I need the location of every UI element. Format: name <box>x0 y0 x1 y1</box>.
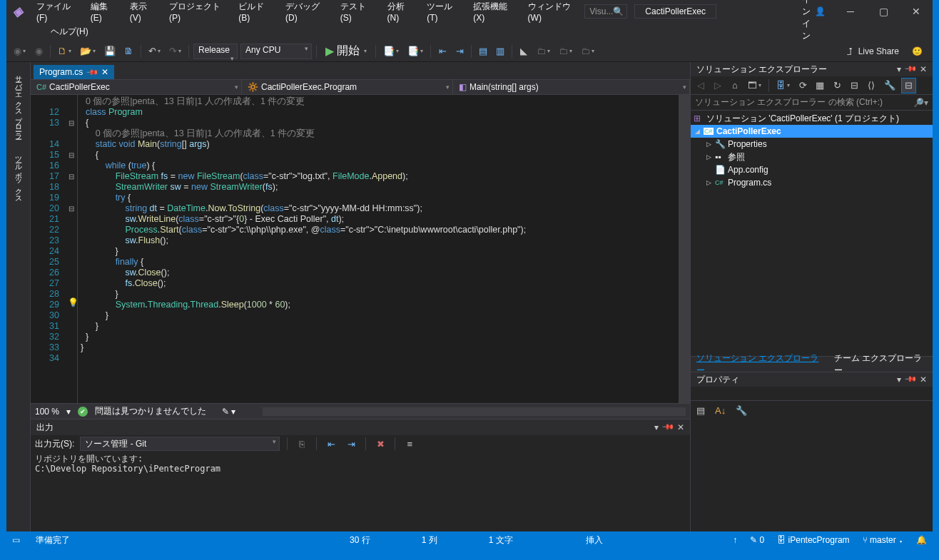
expand-icon[interactable]: ▷ <box>705 141 712 148</box>
sln-back-icon[interactable]: ◁ <box>694 78 708 93</box>
pin-icon[interactable]: 📌 <box>86 65 99 78</box>
tree-programcs[interactable]: ▷ C# Program.cs <box>691 176 933 189</box>
toolbox-tab[interactable]: ツールボックス <box>11 147 26 203</box>
sln-sync-icon[interactable]: ⟳ <box>796 78 810 93</box>
find3-button[interactable]: 🗀▾ <box>578 44 597 59</box>
sln-pin-icon[interactable]: 📌 <box>903 62 918 76</box>
status-publish-icon[interactable]: ↑ <box>733 535 737 545</box>
panel-close-icon[interactable]: ✕ <box>677 422 684 432</box>
indent-in-button[interactable]: ⇥ <box>452 44 467 59</box>
menu-analyze[interactable]: 分析(N) <box>380 0 420 26</box>
output-goto-icon[interactable]: ⎘ <box>295 436 309 452</box>
save-all-button[interactable]: 🗎 <box>121 44 136 59</box>
comment-button[interactable]: ▤ <box>476 44 490 59</box>
start-button[interactable]: ▶開始▾ <box>321 42 371 60</box>
redo-button[interactable]: ↷▾ <box>166 44 184 59</box>
output-next-icon[interactable]: ⇥ <box>344 436 358 452</box>
config-dropdown[interactable]: Release <box>193 44 238 59</box>
output-source-dropdown[interactable]: ソース管理 - Git <box>80 437 280 451</box>
find2-button[interactable]: 🗀▾ <box>556 44 575 59</box>
sln-refresh-icon[interactable]: ↻ <box>830 78 844 93</box>
maximize-button[interactable]: ▢ <box>867 0 900 23</box>
menu-file[interactable]: ファイル(F) <box>29 0 83 26</box>
code-editor[interactable]: 1213 14151617181920212223242526272829303… <box>31 95 690 403</box>
sln-home-icon[interactable]: ⌂ <box>728 78 742 93</box>
status-branch[interactable]: master <box>870 535 896 545</box>
menu-edit[interactable]: 編集(E) <box>83 0 123 26</box>
menu-test[interactable]: テスト(S) <box>333 0 380 26</box>
save-button[interactable]: 💾 <box>101 44 118 59</box>
props-dropdown-icon[interactable]: ▾ <box>897 375 901 385</box>
menu-view[interactable]: 表示(V) <box>123 0 162 26</box>
close-tab-icon[interactable]: ✕ <box>101 67 108 77</box>
sln-pending-icon[interactable]: 🗄▾ <box>773 78 793 93</box>
panel-dropdown-icon[interactable]: ▾ <box>654 422 659 432</box>
step-button-1[interactable]: 📑▾ <box>380 44 402 59</box>
sln-preview-icon[interactable]: ⊟ <box>901 78 916 93</box>
sln-properties-icon[interactable]: 🔧 <box>881 78 898 93</box>
output-clear-icon[interactable]: ✖ <box>373 436 387 452</box>
tree-properties[interactable]: ▷ 🔧 Properties <box>691 138 933 151</box>
props-close-icon[interactable]: ✕ <box>920 375 927 385</box>
nav-class-dropdown[interactable]: 🔆CactiPollerExec.Program <box>242 80 453 94</box>
back-button[interactable]: ◉▾ <box>11 44 29 59</box>
props-categorized-icon[interactable]: ▤ <box>694 402 708 418</box>
solution-tree[interactable]: ⊞ ソリューション 'CactiPollerExec' (1 プロジェクト) ◢… <box>691 111 933 356</box>
step-button-2[interactable]: 📑▾ <box>405 44 426 59</box>
scrollbar-preview[interactable] <box>679 95 690 403</box>
props-alpha-icon[interactable]: A↓ <box>712 402 729 418</box>
minimize-button[interactable]: ─ <box>834 0 867 23</box>
props-pages-icon[interactable]: 🔧 <box>733 402 750 418</box>
menu-tools[interactable]: ツール(T) <box>420 0 466 26</box>
zoom-level[interactable]: 100 % <box>35 407 59 417</box>
new-item-button[interactable]: 🗋▾ <box>55 44 74 59</box>
find-button[interactable]: 🗀▾ <box>534 44 553 59</box>
tree-project[interactable]: ◢ C# CactiPollerExec <box>691 125 933 138</box>
properties-grid[interactable] <box>691 419 933 549</box>
sln-showall-icon[interactable]: ▦ <box>813 78 827 93</box>
tree-references[interactable]: ▷ ▪▪ 参照 <box>691 151 933 163</box>
sln-code-icon[interactable]: ⟨⟩ <box>864 78 878 93</box>
bell-icon[interactable]: 🔔 <box>916 535 927 545</box>
panel-pin-icon[interactable]: 📌 <box>661 420 675 434</box>
props-pin-icon[interactable]: 📌 <box>903 372 918 387</box>
nav-project-dropdown[interactable]: C#CactiPollerExec <box>31 80 242 94</box>
menu-build[interactable]: ビルド(B) <box>231 0 278 26</box>
sln-close-icon[interactable]: ✕ <box>920 64 927 74</box>
forward-button[interactable]: ◉ <box>31 44 46 59</box>
menu-project[interactable]: プロジェクト(P) <box>162 0 231 26</box>
server-explorer-tab[interactable]: サーバー エクスプローラー <box>11 66 26 140</box>
menu-debug[interactable]: デバッグ(D) <box>278 0 333 26</box>
status-repo[interactable]: iPentecProgram <box>788 535 850 545</box>
bookmark-button[interactable]: ◣ <box>517 44 531 59</box>
menu-window[interactable]: ウィンドウ(W) <box>521 0 585 26</box>
live-share-button[interactable]: Live Share <box>858 46 899 56</box>
hscrollbar[interactable] <box>263 407 686 416</box>
tab-program-cs[interactable]: Program.cs 📌 ✕ <box>34 65 114 79</box>
menu-extensions[interactable]: 拡張機能(X) <box>466 0 520 26</box>
tree-solution-root[interactable]: ⊞ ソリューション 'CactiPollerExec' (1 プロジェクト) <box>691 112 933 125</box>
lightbulb-icon[interactable]: 💡 <box>68 297 78 307</box>
expand-icon[interactable]: ◢ <box>694 128 701 135</box>
status-changes[interactable]: 0 <box>760 535 765 545</box>
solution-search[interactable]: ソリューション エクスプローラー の検索 (Ctrl+:)🔎▾ <box>691 95 933 111</box>
uncomment-button[interactable]: ▥ <box>493 44 507 59</box>
feedback-icon[interactable]: 🙂 <box>912 46 923 56</box>
nav-method-dropdown[interactable]: ◧Main(string[] args) <box>453 80 690 94</box>
sln-scope-icon[interactable]: 🗔▾ <box>745 78 764 93</box>
tree-appconfig[interactable]: 📄 App.config <box>691 163 933 176</box>
sln-fwd-icon[interactable]: ▷ <box>711 78 725 93</box>
close-button[interactable]: ✕ <box>900 0 933 23</box>
platform-dropdown[interactable]: Any CPU <box>240 44 312 59</box>
sln-collapse-icon[interactable]: ⊟ <box>847 78 861 93</box>
quick-launch[interactable]: Visu...🔍 <box>584 4 627 19</box>
output-wrap-icon[interactable]: ≡ <box>402 436 417 452</box>
expand-icon[interactable]: ▷ <box>705 179 712 186</box>
undo-button[interactable]: ↶▾ <box>146 44 163 59</box>
menu-help[interactable]: ヘルプ(H) <box>44 23 96 41</box>
indent-out-button[interactable]: ⇤ <box>435 44 450 59</box>
expand-icon[interactable]: ▷ <box>705 153 712 161</box>
sln-dropdown-icon[interactable]: ▾ <box>897 64 901 74</box>
brush-icon[interactable]: ✎ ▾ <box>222 407 235 417</box>
open-button[interactable]: 📂▾ <box>77 44 98 59</box>
